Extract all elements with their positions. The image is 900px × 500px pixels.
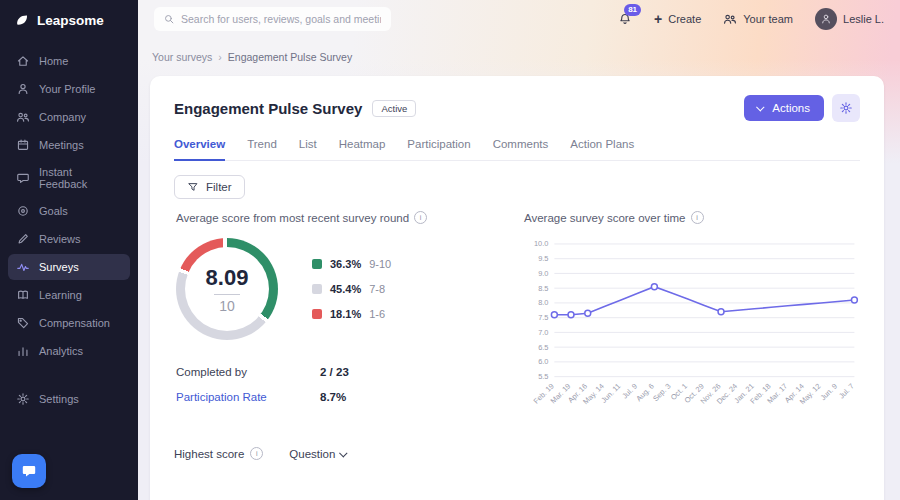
sidebar-item-goals[interactable]: Goals: [8, 198, 130, 224]
sidebar-item-feedback[interactable]: Instant Feedback: [8, 160, 130, 196]
breadcrumb-item: Engagement Pulse Survey: [228, 51, 352, 63]
score-donut: 8.09 10: [176, 238, 278, 340]
logo-text: Leapsome: [37, 13, 104, 28]
header-actions: Actions: [744, 94, 860, 122]
legend-range: 7-8: [369, 283, 385, 295]
your-team-button[interactable]: Your team: [723, 12, 793, 26]
question-dropdown[interactable]: Question: [289, 448, 347, 460]
search-input[interactable]: [154, 7, 391, 31]
svg-text:Aug. 6: Aug. 6: [634, 382, 656, 404]
sidebar-item-label: Compensation: [39, 317, 110, 329]
leapsome-logo[interactable]: Leapsome: [0, 0, 138, 40]
completed-by-row: Completed by 2 / 23: [176, 366, 506, 378]
topbar: 81 + Create Your team Leslie L.: [138, 0, 900, 38]
learning-icon: [16, 288, 30, 302]
tab-action-plans[interactable]: Action Plans: [570, 138, 634, 160]
tabs: OverviewTrendListHeatmapParticipationCom…: [174, 138, 860, 161]
legend-range: 9-10: [369, 258, 391, 270]
sidebar-item-profile[interactable]: Your Profile: [8, 76, 130, 102]
survey-card: Engagement Pulse Survey Active Actions O…: [150, 76, 884, 500]
sidebar-item-analytics[interactable]: Analytics: [8, 338, 130, 364]
info-icon[interactable]: [414, 211, 427, 224]
card-footer: Highest score Question: [174, 447, 860, 460]
breadcrumb-item[interactable]: Your surveys: [152, 51, 212, 63]
sidebar-item-home[interactable]: Home: [8, 48, 130, 74]
tab-overview[interactable]: Overview: [174, 138, 225, 161]
tab-trend[interactable]: Trend: [247, 138, 277, 160]
svg-text:8.5: 8.5: [538, 284, 548, 293]
info-icon[interactable]: [691, 211, 704, 224]
breadcrumb-separator: ›: [218, 51, 222, 63]
notifications-button[interactable]: 81: [618, 12, 632, 26]
create-button[interactable]: + Create: [654, 12, 701, 26]
info-icon: [250, 447, 263, 460]
user-menu[interactable]: Leslie L.: [815, 8, 884, 30]
legend-item: 36.3%9-10: [312, 258, 391, 270]
sidebar-item-surveys[interactable]: Surveys: [8, 254, 130, 280]
legend-range: 1-6: [369, 308, 385, 320]
create-label: Create: [668, 13, 701, 25]
chevron-down-icon: [339, 449, 347, 457]
participation-rate-value: 8.7%: [320, 391, 346, 403]
chart-section-heading: Average survey score over time: [524, 212, 686, 224]
legend-item: 18.1%1-6: [312, 308, 391, 320]
participation-rate-row: Participation Rate 8.7%: [176, 391, 506, 403]
sidebar-item-label: Reviews: [39, 233, 81, 245]
sidebar-item-settings[interactable]: Settings: [8, 386, 130, 412]
survey-stats: Completed by 2 / 23 Participation Rate 8…: [176, 366, 506, 403]
sidebar-item-compensation[interactable]: Compensation: [8, 310, 130, 336]
sidebar-item-label: Meetings: [39, 139, 84, 151]
svg-text:Jul. 7: Jul. 7: [837, 382, 856, 401]
svg-text:9.0: 9.0: [538, 269, 548, 278]
sidebar-item-label: Home: [39, 55, 68, 67]
filter-label: Filter: [206, 181, 232, 193]
participation-rate-link[interactable]: Participation Rate: [176, 391, 320, 403]
score-legend: 36.3%9-1045.4%7-818.1%1-6: [312, 258, 391, 320]
question-label: Question: [289, 448, 335, 460]
sidebar-item-label: Instant Feedback: [39, 166, 122, 190]
actions-label: Actions: [772, 102, 810, 114]
score-outof: 10: [219, 298, 235, 314]
sidebar-item-reviews[interactable]: Reviews: [8, 226, 130, 252]
compensation-icon: [16, 316, 30, 330]
legend-pct: 18.1%: [330, 308, 361, 320]
tab-comments[interactable]: Comments: [493, 138, 549, 160]
main: 81 + Create Your team Leslie L.: [138, 0, 900, 500]
feedback-icon: [16, 171, 30, 185]
score-section: Average score from most recent survey ro…: [174, 211, 506, 441]
team-icon: [723, 12, 737, 26]
actions-button[interactable]: Actions: [744, 95, 824, 121]
avatar: [815, 8, 837, 30]
survey-settings-button[interactable]: [832, 94, 860, 122]
highest-score-control[interactable]: Highest score: [174, 447, 263, 460]
sidebar-item-company[interactable]: Company: [8, 104, 130, 130]
analytics-icon: [16, 344, 30, 358]
reviews-icon: [16, 232, 30, 246]
svg-text:6.0: 6.0: [538, 357, 548, 366]
search: [154, 7, 391, 31]
chat-launcher-button[interactable]: [12, 454, 46, 488]
score-section-heading: Average score from most recent survey ro…: [176, 212, 409, 224]
card-header: Engagement Pulse Survey Active Actions: [174, 94, 860, 122]
page-title: Engagement Pulse Survey: [174, 100, 362, 117]
tab-participation[interactable]: Participation: [407, 138, 470, 160]
score-over-time-chart: 5.56.06.57.07.58.08.59.09.510.0Feb. 19Ma…: [524, 238, 862, 441]
filter-button[interactable]: Filter: [174, 175, 245, 199]
legend-pct: 36.3%: [330, 258, 361, 270]
status-badge: Active: [372, 100, 416, 117]
team-label: Your team: [743, 13, 793, 25]
sidebar-item-meetings[interactable]: Meetings: [8, 132, 130, 158]
plus-icon: +: [654, 12, 662, 26]
sidebar-item-label: Settings: [39, 393, 79, 405]
sidebar-nav: HomeYour ProfileCompanyMeetingsInstant F…: [0, 40, 138, 420]
score-divider: [214, 294, 240, 295]
sidebar-item-label: Your Profile: [39, 83, 95, 95]
sidebar-item-label: Goals: [39, 205, 68, 217]
sidebar-item-learning[interactable]: Learning: [8, 282, 130, 308]
chat-icon: [21, 463, 37, 479]
svg-text:9.5: 9.5: [538, 254, 548, 263]
tab-list[interactable]: List: [299, 138, 317, 160]
tab-heatmap[interactable]: Heatmap: [339, 138, 386, 160]
highest-score-label: Highest score: [174, 448, 244, 460]
app-root: Leapsome HomeYour ProfileCompanyMeetings…: [0, 0, 900, 500]
